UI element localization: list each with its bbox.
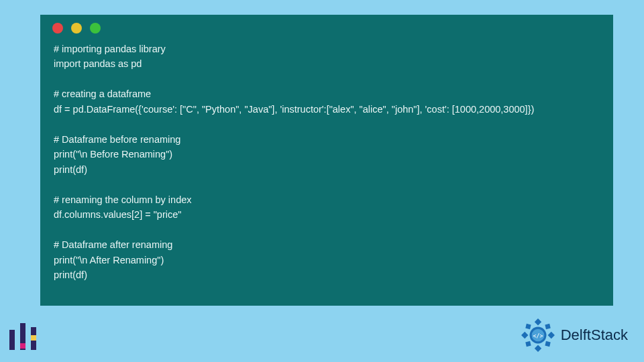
close-icon[interactable] <box>52 23 63 34</box>
svg-marker-7 <box>545 341 550 347</box>
brand-delft: Delft <box>561 326 591 343</box>
delftstack-logo: </> DelftStack <box>521 318 628 353</box>
svg-marker-0 <box>535 318 541 325</box>
window-titlebar <box>40 15 613 42</box>
delftstack-text: DelftStack <box>561 326 628 344</box>
code-content: # importing pandas library import pandas… <box>40 42 613 296</box>
svg-text:</>: </> <box>533 333 543 339</box>
minimize-icon[interactable] <box>71 23 82 34</box>
svg-marker-3 <box>547 332 554 339</box>
delftstack-badge-icon: </> <box>521 318 555 353</box>
svg-marker-5 <box>545 324 550 329</box>
svg-marker-2 <box>521 332 528 339</box>
svg-marker-1 <box>535 345 541 352</box>
svg-marker-4 <box>525 324 531 329</box>
svg-marker-6 <box>525 341 531 347</box>
code-window: # importing pandas library import pandas… <box>40 15 613 306</box>
brand-stack: Stack <box>591 326 628 343</box>
site-logo-icon <box>7 320 39 353</box>
maximize-icon[interactable] <box>90 23 101 34</box>
